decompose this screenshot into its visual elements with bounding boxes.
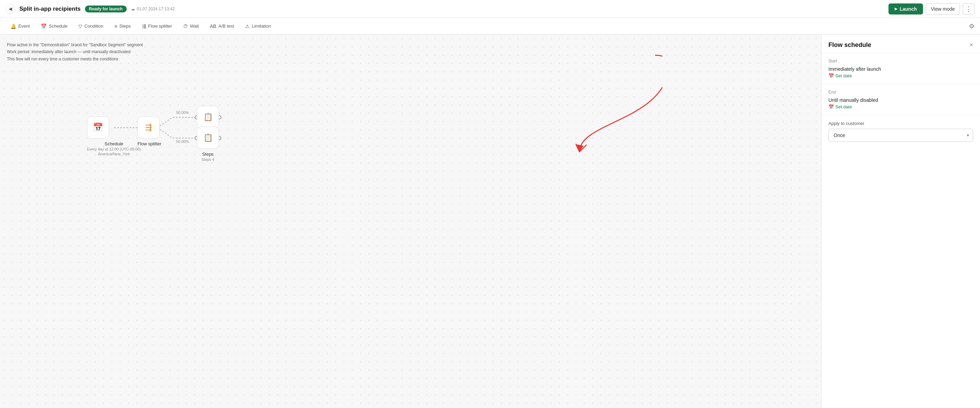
tab-wait-label: Wait: [190, 24, 199, 29]
cloud-icon: ☁: [131, 6, 135, 11]
start-value: Immediately after launch: [829, 66, 973, 72]
tab-ab-test[interactable]: AB A/B test: [205, 21, 239, 31]
view-mode-button[interactable]: View mode: [926, 3, 960, 15]
schedule-sublabel2: America/New_York: [87, 152, 141, 156]
panel-end-section: End Until manually disabled 📅 Set date: [821, 84, 980, 115]
flow-canvas[interactable]: Flow active in the "Demonstration" brand…: [0, 35, 821, 408]
set-date-label-2: Set date: [835, 104, 852, 110]
tab-wait[interactable]: ⏱ Wait: [178, 21, 204, 31]
apply-select-wrapper: Once Every time Multiple times ▾: [829, 129, 973, 142]
apply-to-customer-select[interactable]: Once Every time Multiple times: [829, 129, 973, 142]
tab-limitation[interactable]: ⚠ Limitation: [240, 21, 276, 31]
end-value: Until manually disabled: [829, 97, 973, 103]
more-icon: ⋮: [966, 5, 972, 13]
tab-schedule-label: Schedule: [49, 24, 67, 29]
tab-steps[interactable]: ≡ Steps: [110, 21, 135, 31]
tab-condition[interactable]: ▽ Condition: [73, 21, 108, 31]
play-icon: ▶: [895, 7, 897, 11]
panel-start-section: Start Immediately after launch 📅 Set dat…: [821, 53, 980, 84]
back-icon: ◀: [9, 6, 12, 11]
condition-icon: ▽: [78, 24, 82, 29]
right-panel: Flow schedule × Start Immediately after …: [821, 35, 980, 408]
more-options-button[interactable]: ⋮: [963, 3, 974, 15]
steps-icon: ≡: [114, 24, 117, 29]
tabs-bar: 🔔 Event 📅 Schedule ▽ Condition ≡ Steps ⇶…: [0, 18, 980, 35]
tab-condition-label: Condition: [84, 24, 103, 29]
tab-event[interactable]: 🔔 Event: [6, 21, 35, 31]
tab-event-label: Event: [18, 24, 30, 29]
panel-close-button[interactable]: ×: [969, 41, 973, 49]
view-mode-label: View mode: [931, 6, 955, 12]
set-start-date-button[interactable]: 📅 Set date: [829, 73, 852, 78]
svg-text:50.00%: 50.00%: [176, 110, 189, 114]
steps-node-bottom[interactable]: 📋 Steps Steps 4: [197, 127, 219, 162]
panel-title: Flow schedule: [829, 41, 871, 49]
flow-diagram: 50.00% 50.00% 📅 Schedule Every day at 12…: [83, 110, 262, 202]
set-date-label-1: Set date: [835, 73, 852, 78]
schedule-icon: 📅: [41, 24, 47, 29]
save-info: ☁ 01.07.2024 17:13:42: [131, 6, 175, 11]
set-end-date-button[interactable]: 📅 Set date: [829, 104, 852, 110]
panel-apply-section: Apply to customer Once Every time Multip…: [821, 115, 980, 148]
back-button[interactable]: ◀: [6, 4, 15, 14]
end-label: End: [829, 90, 973, 95]
tab-schedule[interactable]: 📅 Schedule: [36, 21, 72, 31]
apply-to-customer-label: Apply to customer: [829, 121, 973, 126]
splitter-node-label: Flow splitter: [137, 141, 161, 146]
tab-limitation-label: Limitation: [252, 24, 271, 29]
info-line3: This flow will run every time a customer…: [7, 56, 143, 62]
calendar-icon-2: 📅: [829, 104, 834, 110]
tab-ab-test-label: A/B test: [218, 24, 234, 29]
wait-icon: ⏱: [183, 24, 188, 29]
save-time: 01.07.2024 17:13:42: [137, 6, 175, 11]
svg-marker-13: [576, 144, 584, 152]
ab-test-icon: AB: [210, 24, 216, 29]
page-title: Split in-app recipients: [19, 6, 81, 13]
launch-button[interactable]: ▶ Launch: [888, 3, 923, 14]
calendar-icon-1: 📅: [829, 73, 834, 78]
svg-text:50.00%: 50.00%: [176, 140, 189, 144]
flow-info: Flow active in the "Demonstration" brand…: [7, 41, 143, 62]
steps-bottom-icon: 📋: [204, 133, 213, 142]
header-actions: ▶ Launch View mode ⋮: [888, 3, 974, 15]
annotation-arrow: [559, 52, 662, 162]
tab-flow-splitter[interactable]: ⇶ Flow splitter: [137, 21, 177, 31]
settings-gear-icon[interactable]: ⚙: [969, 22, 974, 30]
launch-label: Launch: [900, 6, 917, 12]
schedule-node-icon: 📅: [93, 122, 103, 132]
panel-header: Flow schedule ×: [821, 35, 980, 53]
tab-flow-splitter-label: Flow splitter: [148, 24, 172, 29]
header: ◀ Split in-app recipients Ready for laun…: [0, 0, 980, 18]
steps-bottom-sublabel: Steps: [197, 152, 219, 157]
steps-top-icon: 📋: [204, 113, 213, 122]
start-label: Start: [829, 59, 973, 64]
schedule-sublabel1: Every day at 12:00 (UTC-05:00): [87, 147, 141, 151]
info-line2: Work period: immediately after launch — …: [7, 48, 143, 55]
schedule-node[interactable]: 📅 Schedule Every day at 12:00 (UTC-05:00…: [87, 116, 141, 156]
main-area: Flow active in the "Demonstration" brand…: [0, 35, 980, 408]
status-badge: Ready for launch: [85, 6, 127, 13]
steps-bottom-label: Steps 4: [197, 157, 219, 162]
schedule-node-label: Schedule: [87, 141, 141, 146]
event-icon: 🔔: [10, 24, 16, 29]
limitation-icon: ⚠: [245, 24, 250, 29]
info-line1: Flow active in the "Demonstration" brand…: [7, 41, 143, 48]
tab-steps-label: Steps: [119, 24, 131, 29]
splitter-node[interactable]: ⇶ Flow splitter: [137, 116, 161, 146]
flow-splitter-icon: ⇶: [142, 24, 146, 29]
splitter-node-icon: ⇶: [145, 122, 152, 132]
